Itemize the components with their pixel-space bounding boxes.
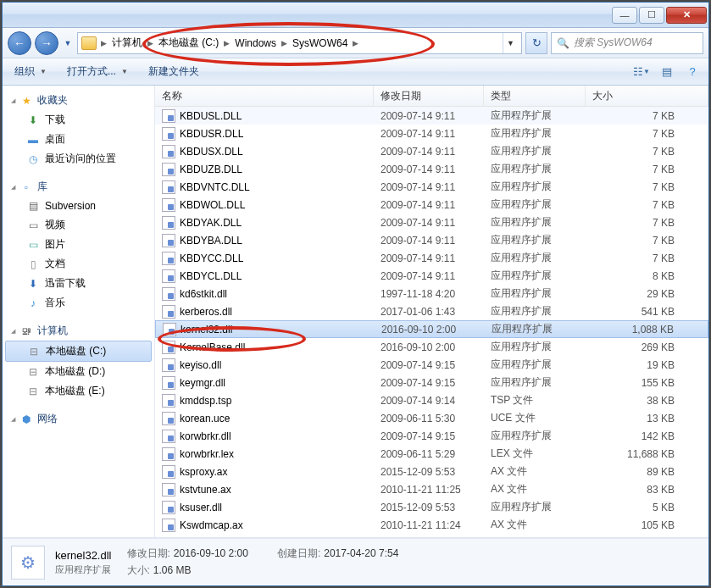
breadcrumb-drive-c[interactable]: 本地磁盘 (C:) xyxy=(154,36,223,50)
table-row[interactable]: KernelBase.dll2016-09-10 2:00应用程序扩展269 K… xyxy=(155,338,708,356)
file-icon xyxy=(162,145,175,158)
col-name[interactable]: 名称 xyxy=(155,86,374,106)
maximize-button[interactable]: ☐ xyxy=(639,7,664,24)
sidebar-item-recent[interactable]: ◷最近访问的位置 xyxy=(3,149,154,169)
table-row[interactable]: kmddsp.tsp2009-07-14 9:14TSP 文件38 KB xyxy=(155,391,708,409)
drive-icon: ⊟ xyxy=(26,385,40,398)
file-type: 应用程序扩展 xyxy=(484,108,586,123)
file-date: 2009-06-11 5:30 xyxy=(374,413,484,424)
minimize-button[interactable]: — xyxy=(612,7,637,24)
preview-pane-button[interactable]: ▤ xyxy=(658,63,676,81)
file-icon xyxy=(162,234,175,247)
file-name: kd6stkit.dll xyxy=(180,288,227,300)
table-row[interactable]: KBDUSR.DLL2009-07-14 9:11应用程序扩展7 KB xyxy=(155,125,708,142)
sidebar-item-downloads[interactable]: ⬇下载 xyxy=(3,110,154,130)
breadcrumb-sep[interactable]: ▶ xyxy=(147,39,154,47)
breadcrumb-sep[interactable]: ▶ xyxy=(100,39,108,47)
search-input[interactable]: 🔍 搜索 SysWOW64 xyxy=(551,32,703,54)
table-row[interactable]: KBDUSL.DLL2009-07-14 9:11应用程序扩展7 KB xyxy=(155,107,708,125)
sidebar-item-drive-d[interactable]: ⊟本地磁盘 (D:) xyxy=(3,362,154,381)
file-size: 7 KB xyxy=(586,164,708,175)
file-date: 2015-12-09 5:53 xyxy=(374,466,484,478)
back-button[interactable]: ← xyxy=(8,31,31,55)
file-name: KBDVNTC.DLL xyxy=(180,181,250,193)
file-size: 7 KB xyxy=(586,146,708,158)
file-size: 7 KB xyxy=(586,128,708,140)
file-icon xyxy=(163,323,176,336)
help-button[interactable]: ? xyxy=(683,63,702,81)
table-row[interactable]: korwbrkr.lex2009-06-11 5:29LEX 文件11,688 … xyxy=(155,445,708,463)
table-row[interactable]: KBDVNTC.DLL2009-07-14 9:11应用程序扩展7 KB xyxy=(155,178,708,196)
file-type: 应用程序扩展 xyxy=(484,286,586,301)
sidebar-item-drive-e[interactable]: ⊟本地磁盘 (E:) xyxy=(3,381,154,401)
view-options-button[interactable]: ☷ ▼ xyxy=(632,63,651,81)
svn-icon: ▤ xyxy=(26,199,40,213)
breadcrumb-sep[interactable]: ▶ xyxy=(281,39,288,47)
new-folder-button[interactable]: 新建文件夹 xyxy=(143,62,204,81)
table-row[interactable]: ksproxy.ax2015-12-09 5:53AX 文件89 KB xyxy=(155,463,708,480)
file-date: 2010-11-21 11:24 xyxy=(374,519,484,531)
breadcrumb-dropdown[interactable]: ▼ xyxy=(503,33,518,53)
sidebar-item-videos[interactable]: ▭视频 xyxy=(3,215,154,235)
sidebar-network-head[interactable]: ⬢网络 xyxy=(3,409,154,429)
breadcrumb-computer[interactable]: 计算机 xyxy=(108,36,147,50)
breadcrumb[interactable]: ▶ 计算机 ▶ 本地磁盘 (C:) ▶ Windows ▶ SysWOW64 ▶… xyxy=(77,32,522,54)
col-size[interactable]: 大小 xyxy=(586,86,708,106)
sidebar-item-documents[interactable]: ▯文档 xyxy=(3,254,154,274)
col-date[interactable]: 修改日期 xyxy=(374,86,484,106)
table-row[interactable]: KBDYAK.DLL2009-07-14 9:11应用程序扩展7 KB xyxy=(155,214,708,231)
breadcrumb-sep[interactable]: ▶ xyxy=(223,39,231,47)
sidebar-favorites-head[interactable]: ★收藏夹 xyxy=(3,91,154,110)
table-row[interactable]: kd6stkit.dll1997-11-18 4:20应用程序扩展29 KB xyxy=(155,285,708,302)
close-button[interactable]: ✕ xyxy=(666,7,707,24)
file-date: 2010-11-21 11:25 xyxy=(374,484,484,496)
open-with-menu[interactable]: 打开方式...▼ xyxy=(62,62,133,81)
table-row[interactable]: KBDUZB.DLL2009-07-14 9:11应用程序扩展7 KB xyxy=(155,160,708,178)
table-row[interactable]: KBDWOL.DLL2009-07-14 9:11应用程序扩展7 KB xyxy=(155,196,708,214)
sidebar-item-desktop[interactable]: ▬桌面 xyxy=(3,130,154,149)
col-type[interactable]: 类型 xyxy=(484,86,586,106)
sidebar-libraries-head[interactable]: ▫库 xyxy=(3,177,154,197)
file-date: 2009-07-14 9:11 xyxy=(374,270,484,282)
sidebar-item-subversion[interactable]: ▤Subversion xyxy=(3,197,154,215)
table-row[interactable]: korean.uce2009-06-11 5:30UCE 文件13 KB xyxy=(155,409,708,427)
table-row[interactable]: kernel32.dll2016-09-10 2:00应用程序扩展1,088 K… xyxy=(155,320,708,338)
table-row[interactable]: KBDYCL.DLL2009-07-14 9:11应用程序扩展8 KB xyxy=(155,267,708,285)
table-row[interactable]: keyiso.dll2009-07-14 9:15应用程序扩展19 KB xyxy=(155,356,708,374)
breadcrumb-sep[interactable]: ▶ xyxy=(352,39,359,47)
sidebar-item-music[interactable]: ♪音乐 xyxy=(3,293,154,313)
file-name: kernel32.dll xyxy=(181,324,232,336)
file-icon xyxy=(162,198,175,212)
refresh-button[interactable]: ↻ xyxy=(525,32,547,54)
column-headers: 名称 修改日期 类型 大小 xyxy=(155,86,708,107)
breadcrumb-windows[interactable]: Windows xyxy=(231,37,281,49)
file-size: 142 KB xyxy=(586,430,708,442)
sidebar-item-drive-c[interactable]: ⊟本地磁盘 (C:) xyxy=(5,341,152,362)
table-row[interactable]: KBDYBA.DLL2009-07-14 9:11应用程序扩展7 KB xyxy=(155,231,708,249)
details-filename: kernel32.dll xyxy=(55,549,112,562)
sidebar-item-pictures[interactable]: ▭图片 xyxy=(3,235,154,254)
table-row[interactable]: kstvtune.ax2010-11-21 11:25AX 文件83 KB xyxy=(155,480,708,498)
file-type: 应用程序扩展 xyxy=(484,429,586,443)
table-row[interactable]: KBDUSX.DLL2009-07-14 9:11应用程序扩展7 KB xyxy=(155,142,708,160)
sidebar-computer-head[interactable]: 🖳计算机 xyxy=(3,321,154,341)
breadcrumb-syswow64[interactable]: SysWOW64 xyxy=(288,37,352,49)
picture-icon: ▭ xyxy=(26,238,40,252)
table-row[interactable]: keymgr.dll2009-07-14 9:15应用程序扩展155 KB xyxy=(155,374,708,391)
file-size: 38 KB xyxy=(586,395,708,407)
file-date: 2009-07-14 9:11 xyxy=(374,181,484,193)
table-row[interactable]: Kswdmcap.ax2010-11-21 11:24AX 文件105 KB xyxy=(155,516,708,534)
toolbar: 组织▼ 打开方式...▼ 新建文件夹 ☷ ▼ ▤ ? xyxy=(3,58,708,86)
organize-menu[interactable]: 组织▼ xyxy=(9,62,52,81)
table-row[interactable]: korwbrkr.dll2009-07-14 9:15应用程序扩展142 KB xyxy=(155,427,708,445)
file-size: 7 KB xyxy=(586,181,708,193)
table-row[interactable]: ksuser.dll2015-12-09 5:53应用程序扩展5 KB xyxy=(155,498,708,516)
table-row[interactable]: KBDYCC.DLL2009-07-14 9:11应用程序扩展7 KB xyxy=(155,249,708,267)
sidebar-item-xunlei[interactable]: ⬇迅雷下载 xyxy=(3,274,154,293)
table-row[interactable]: kerberos.dll2017-01-06 1:43应用程序扩展541 KB xyxy=(155,302,708,320)
file-date: 2017-01-06 1:43 xyxy=(374,306,484,318)
nav-history-dropdown[interactable]: ▼ xyxy=(62,33,74,53)
sidebar: ★收藏夹 ⬇下载 ▬桌面 ◷最近访问的位置 ▫库 ▤Subversion ▭视频… xyxy=(3,86,155,537)
forward-button[interactable]: → xyxy=(35,31,58,55)
file-size: 7 KB xyxy=(586,252,708,264)
